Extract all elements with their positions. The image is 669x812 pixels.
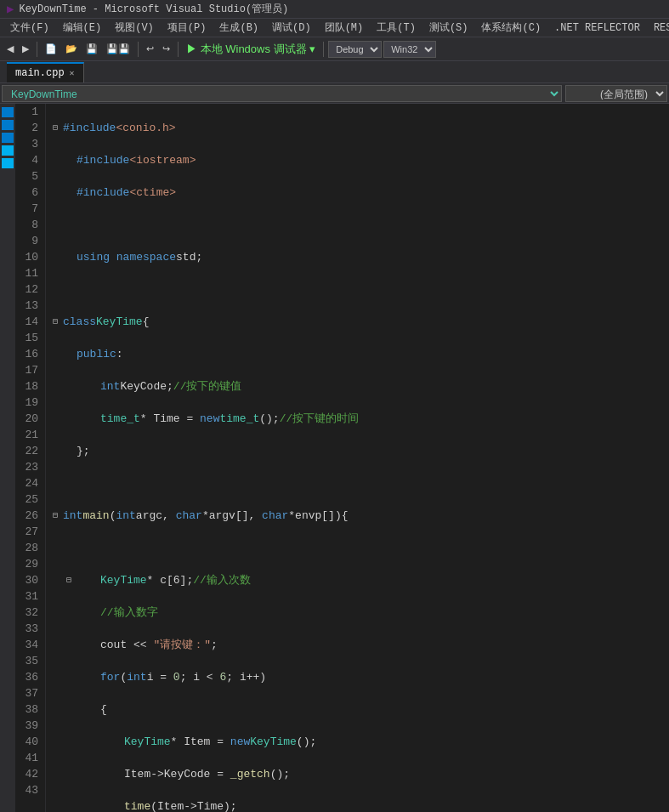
code-line-21: Item->KeyCode = _getch(); (53, 766, 669, 782)
menu-team[interactable]: 团队(M) (318, 19, 371, 37)
back-button[interactable]: ◀ (3, 42, 17, 56)
save-all-button[interactable]: 💾💾 (103, 42, 133, 56)
code-line-19: { (53, 701, 669, 718)
scope-nav-dropdown[interactable]: (全局范围) (565, 85, 667, 102)
menu-file[interactable]: 文件(F) (3, 19, 56, 37)
code-line-15: ⊟KeyTime* c[6];//输入次数 (53, 572, 669, 588)
code-line-1: ⊟#include <conio.h> (53, 120, 669, 136)
gutter-icon-5 (2, 158, 14, 168)
code-content[interactable]: ⊟#include <conio.h> #include <iostream> … (46, 104, 669, 812)
titlebar: ▶ KeyDownTime - Microsoft Visual Studio(… (0, 0, 669, 19)
tab-close-button[interactable]: ✕ (70, 68, 75, 78)
sep4 (323, 42, 324, 57)
menu-build[interactable]: 生成(B) (213, 19, 265, 37)
code-line-10: time_t* Time = new time_t();//按下键的时间 (53, 411, 669, 427)
tab-label: main.cpp (15, 67, 65, 79)
left-gutter (0, 104, 15, 812)
code-line-13: ⊟int main(int argc, char *argv[], char *… (53, 508, 669, 524)
title-text: KeyDownTime - Microsoft Visual Studio(管理… (19, 2, 288, 16)
code-line-20: KeyTime* Item = new KeyTime(); (53, 734, 669, 750)
menu-resha[interactable]: RESHA (647, 20, 669, 36)
platform-dropdown[interactable]: Win32 (383, 41, 436, 58)
code-line-14 (53, 540, 669, 556)
code-line-11: }; (53, 443, 669, 459)
new-project-button[interactable]: 📄 (42, 42, 60, 56)
menu-edit[interactable]: 编辑(E) (56, 19, 109, 37)
menu-tools[interactable]: 工具(T) (370, 19, 422, 37)
line-numbers: 12345 678910 1112131415 1617181920 21222… (15, 104, 46, 812)
tab-main-cpp[interactable]: main.cpp ✕ (7, 62, 84, 82)
start-debug-button[interactable]: ▶ 本地 Windows 调试器 ▾ (183, 40, 319, 59)
code-line-12 (53, 475, 669, 491)
config-dropdown[interactable]: Debug (328, 41, 382, 58)
menu-arch[interactable]: 体系结构(C) (474, 19, 547, 37)
code-line-5: using namespace std; (53, 249, 669, 265)
code-line-8: public: (53, 346, 669, 362)
menu-view[interactable]: 视图(V) (108, 19, 161, 37)
sep3 (178, 42, 179, 57)
menu-project[interactable]: 项目(P) (161, 19, 213, 37)
tabbar: main.cpp ✕ (0, 61, 669, 83)
toolbar: ◀ ▶ 📄 📂 💾 💾💾 ↩ ↪ ▶ 本地 Windows 调试器 ▾ Debu… (0, 37, 669, 61)
code-line-7: ⊟class KeyTime{ (53, 314, 669, 330)
code-line-18: for (int i = 0; i < 6; i++) (53, 669, 669, 685)
code-line-4 (53, 217, 669, 233)
save-button[interactable]: 💾 (82, 42, 101, 56)
code-line-6 (53, 281, 669, 298)
code-line-9: int KeyCode;//按下的键值 (53, 378, 669, 395)
code-line-16: //输入数字 (53, 605, 669, 621)
gutter-icon-4 (2, 145, 14, 156)
gutter-icon-2 (2, 120, 14, 130)
file-nav-dropdown[interactable]: KeyDownTime (2, 85, 562, 102)
menu-test[interactable]: 测试(S) (422, 19, 475, 37)
undo-button[interactable]: ↩ (143, 42, 157, 56)
code-area[interactable]: 12345 678910 1112131415 1617181920 21222… (15, 104, 669, 812)
forward-button[interactable]: ▶ (19, 42, 32, 56)
gutter-icon-1 (2, 107, 14, 117)
code-line-3: #include <ctime> (53, 185, 669, 201)
code-line-17: cout << "请按键："; (53, 637, 669, 653)
menu-reflector[interactable]: .NET REFLECTOR (547, 20, 647, 36)
vs-logo: ▶ (7, 2, 14, 16)
sep2 (138, 42, 139, 57)
navbar: KeyDownTime (全局范围) (0, 83, 669, 104)
redo-button[interactable]: ↪ (159, 42, 173, 56)
menubar: 文件(F) 编辑(E) 视图(V) 项目(P) 生成(B) 调试(D) 团队(M… (0, 19, 669, 37)
open-button[interactable]: 📂 (62, 42, 81, 56)
sep1 (37, 42, 37, 57)
code-line-22: time(Item->Time); (53, 798, 669, 812)
menu-debug[interactable]: 调试(D) (265, 19, 318, 37)
code-line-2: #include <iostream> (53, 152, 669, 168)
gutter-icon-3 (2, 133, 14, 143)
